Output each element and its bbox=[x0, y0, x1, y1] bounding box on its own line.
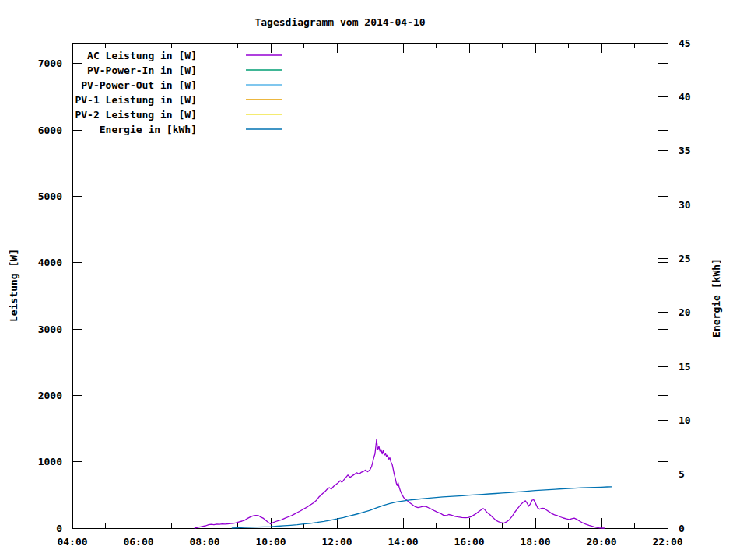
y-right-tick-label: 40 bbox=[679, 91, 691, 103]
x-tick-label: 20:00 bbox=[586, 536, 616, 548]
x-tick-label: 06:00 bbox=[123, 536, 153, 548]
plot-area: 04:0006:0008:0010:0012:0014:0016:0018:00… bbox=[0, 0, 747, 560]
y-right-tick-label: 0 bbox=[679, 523, 685, 534]
y-left-tick-label: 1000 bbox=[38, 456, 62, 467]
x-axis-tick-labels: 04:0006:0008:0010:0012:0014:0016:0018:00… bbox=[57, 536, 682, 548]
y-left-tick-label: 6000 bbox=[38, 124, 62, 136]
legend: AC Leistung in [W]PV-Power-In in [W]PV-P… bbox=[75, 50, 282, 135]
chart-canvas: Tagesdiagramm vom 2014-04-10 Leistung [W… bbox=[0, 0, 747, 560]
x-tick-label: 22:00 bbox=[652, 536, 682, 548]
x-tick-label: 14:00 bbox=[388, 536, 418, 548]
y-left-tick-label: 0 bbox=[56, 523, 62, 534]
legend-label: PV-Power-In in [W] bbox=[87, 65, 197, 76]
x-tick-label: 08:00 bbox=[189, 536, 219, 548]
y-right-tick-label: 45 bbox=[679, 37, 691, 49]
y-left-tick-label: 5000 bbox=[38, 191, 62, 202]
x-tick-label: 12:00 bbox=[321, 536, 352, 548]
series-line-energie-in-kwh- bbox=[232, 487, 612, 528]
legend-label: AC Leistung in [W] bbox=[87, 50, 197, 61]
legend-label: PV-Power-Out in [W] bbox=[81, 79, 197, 91]
x-tick-label: 10:00 bbox=[255, 536, 286, 548]
y-right-tick-label: 10 bbox=[679, 415, 691, 426]
x-tick-label: 16:00 bbox=[454, 536, 484, 548]
y-right-tick-label: 20 bbox=[679, 306, 691, 318]
series-line-ac-leistung-in-w- bbox=[195, 439, 604, 528]
y-right-tick-label: 25 bbox=[679, 253, 691, 264]
y-left-tick-label: 3000 bbox=[38, 324, 62, 335]
x-tick-label: 18:00 bbox=[520, 536, 550, 548]
legend-label: PV-1 Leistung in [W] bbox=[75, 94, 197, 106]
y-left-tick-label: 4000 bbox=[38, 257, 62, 268]
series-lines bbox=[195, 439, 612, 528]
y-left-tick-labels: 01000200030004000500060007000 bbox=[38, 58, 62, 534]
y-right-tick-label: 5 bbox=[679, 468, 685, 480]
y-right-tick-label: 15 bbox=[679, 361, 691, 373]
y-right-tick-label: 35 bbox=[679, 145, 691, 156]
legend-label: PV-2 Leistung in [W] bbox=[75, 109, 197, 121]
y-right-tick-label: 30 bbox=[679, 199, 691, 211]
y-left-tick-label: 7000 bbox=[38, 58, 62, 69]
legend-label: Energie in [kWh] bbox=[100, 124, 197, 135]
y-right-tick-labels: 051015202530354045 bbox=[679, 37, 691, 534]
y-left-tick-label: 2000 bbox=[38, 390, 62, 401]
x-tick-label: 04:00 bbox=[57, 536, 87, 548]
